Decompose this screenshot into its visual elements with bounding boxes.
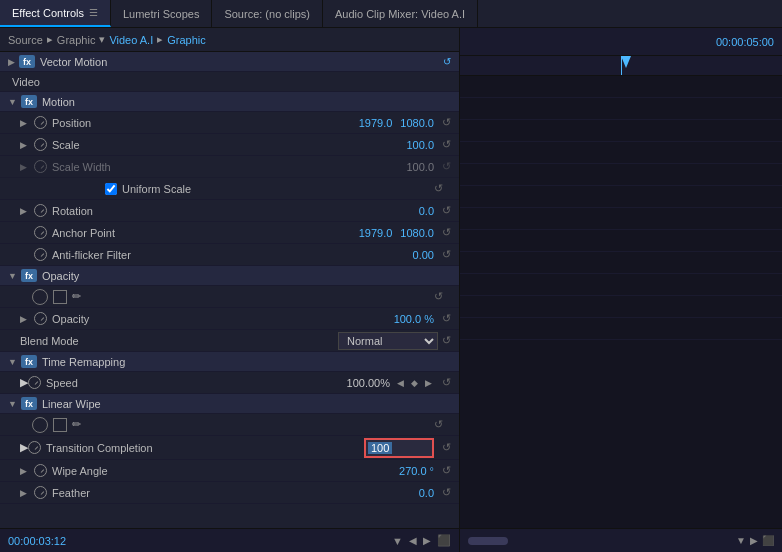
tc-stopwatch[interactable] bbox=[28, 441, 41, 454]
scale-width-stopwatch bbox=[34, 160, 47, 173]
transition-input-box[interactable]: 100 bbox=[364, 438, 434, 458]
feather-reset[interactable]: ↺ bbox=[442, 486, 451, 499]
position-reset[interactable]: ↺ bbox=[442, 116, 451, 129]
bottom-controls: ▼ ◀ ▶ ⬛ bbox=[392, 534, 451, 547]
motion-label: Motion bbox=[42, 96, 75, 108]
tab-source[interactable]: Source: (no clips) bbox=[212, 0, 323, 27]
graphic-link[interactable]: Graphic bbox=[167, 34, 206, 46]
timeline-bottom: ▼ ▶ ⬛ bbox=[460, 528, 782, 552]
transition-value-selected[interactable]: 100 bbox=[368, 442, 392, 454]
speed-reset[interactable]: ↺ bbox=[442, 376, 451, 389]
feather-value[interactable]: 0.0 bbox=[419, 487, 434, 499]
blend-mode-label: Blend Mode bbox=[20, 335, 338, 347]
vector-motion-reset[interactable]: ↺ bbox=[443, 56, 451, 67]
timeline-header: 00:00:05:00 bbox=[460, 28, 782, 56]
linear-wipe-header[interactable]: ▼ fx Linear Wipe bbox=[0, 394, 459, 414]
linear-wipe-circle-icon[interactable] bbox=[32, 417, 48, 433]
position-row: ▶ Position 1979.0 1080.0 ↺ bbox=[0, 112, 459, 134]
linear-wipe-label: Linear Wipe bbox=[42, 398, 101, 410]
opacity-stopwatch[interactable] bbox=[34, 312, 47, 325]
blend-mode-reset[interactable]: ↺ bbox=[442, 334, 451, 347]
uniform-scale-reset[interactable]: ↺ bbox=[434, 182, 443, 195]
tab-effect-controls[interactable]: Effect Controls ☰ bbox=[0, 0, 111, 27]
speed-nav-diamond[interactable]: ◆ bbox=[408, 377, 420, 389]
time-remapping-header[interactable]: ▼ fx Time Remapping bbox=[0, 352, 459, 372]
opacity-value[interactable]: 100.0 % bbox=[394, 313, 434, 325]
scale-stopwatch[interactable] bbox=[34, 138, 47, 151]
anchor-point-stopwatch[interactable] bbox=[34, 226, 47, 239]
anchor-point-value1[interactable]: 1979.0 bbox=[359, 227, 393, 239]
anchor-point-reset[interactable]: ↺ bbox=[442, 226, 451, 239]
position-value2[interactable]: 1080.0 bbox=[400, 117, 434, 129]
timeline-play-btn[interactable]: ▶ bbox=[750, 535, 758, 546]
timeline-scrollbar[interactable] bbox=[468, 537, 508, 545]
anti-flicker-value[interactable]: 0.00 bbox=[413, 249, 434, 261]
export-icon[interactable]: ⬛ bbox=[437, 534, 451, 547]
vector-motion-label: Vector Motion bbox=[40, 56, 107, 68]
speed-stopwatch[interactable] bbox=[28, 376, 41, 389]
tab-menu-icon[interactable]: ☰ bbox=[89, 7, 98, 18]
opacity-circle-icon[interactable] bbox=[32, 289, 48, 305]
breadcrumb: Source ▸ Graphic ▾ Video A.I ▸ Graphic bbox=[0, 28, 459, 52]
rotation-stopwatch[interactable] bbox=[34, 204, 47, 217]
anti-flicker-stopwatch[interactable] bbox=[34, 248, 47, 261]
rotation-reset[interactable]: ↺ bbox=[442, 204, 451, 217]
motion-header[interactable]: ▼ fx Motion bbox=[0, 92, 459, 112]
play-next-icon[interactable]: ▶ bbox=[423, 535, 431, 546]
tc-reset[interactable]: ↺ bbox=[442, 441, 451, 454]
timeline-export-btn[interactable]: ⬛ bbox=[762, 535, 774, 546]
video-ai-link[interactable]: Video A.I bbox=[109, 34, 153, 46]
linear-wipe-pen-icon[interactable]: ✏ bbox=[72, 418, 81, 431]
opacity-pen-icon[interactable]: ✏ bbox=[72, 290, 81, 303]
anchor-point-value2[interactable]: 1080.0 bbox=[400, 227, 434, 239]
position-chevron[interactable]: ▶ bbox=[20, 118, 30, 128]
scale-reset[interactable]: ↺ bbox=[442, 138, 451, 151]
tab-audio-clip-mixer[interactable]: Audio Clip Mixer: Video A.I bbox=[323, 0, 478, 27]
opacity-reset[interactable]: ↺ bbox=[442, 312, 451, 325]
speed-value[interactable]: 100.00% bbox=[347, 377, 390, 389]
timeline-timecode: 00:00:05:00 bbox=[716, 36, 774, 48]
wipe-angle-stopwatch[interactable] bbox=[34, 464, 47, 477]
speed-nav-next[interactable]: ▶ bbox=[422, 377, 434, 389]
main-content: Source ▸ Graphic ▾ Video A.I ▸ Graphic ▶… bbox=[0, 28, 782, 552]
scale-chevron[interactable]: ▶ bbox=[20, 140, 30, 150]
scale-value[interactable]: 100.0 bbox=[406, 139, 434, 151]
time-remapping-label: Time Remapping bbox=[42, 356, 125, 368]
rotation-label: Rotation bbox=[52, 205, 419, 217]
uniform-scale-checkbox[interactable] bbox=[105, 183, 117, 195]
feather-stopwatch[interactable] bbox=[34, 486, 47, 499]
uniform-scale-row: Uniform Scale ↺ bbox=[0, 178, 459, 200]
feather-label: Feather bbox=[52, 487, 419, 499]
tab-lumetri-scopes[interactable]: Lumetri Scopes bbox=[111, 0, 212, 27]
timeline-filter-btn[interactable]: ▼ bbox=[736, 535, 746, 546]
anti-flicker-reset[interactable]: ↺ bbox=[442, 248, 451, 261]
filter-icon[interactable]: ▼ bbox=[392, 535, 403, 547]
track-11 bbox=[460, 296, 782, 318]
wipe-angle-reset[interactable]: ↺ bbox=[442, 464, 451, 477]
opacity-value-chevron[interactable]: ▶ bbox=[20, 314, 30, 324]
source-label: Source: (no clips) bbox=[224, 8, 310, 20]
position-stopwatch[interactable] bbox=[34, 116, 47, 129]
tc-chevron[interactable]: ▶ bbox=[20, 441, 28, 454]
wipe-angle-value[interactable]: 270.0 ° bbox=[399, 465, 434, 477]
rotation-value[interactable]: 0.0 bbox=[419, 205, 434, 217]
linear-wipe-icons-reset[interactable]: ↺ bbox=[434, 418, 443, 431]
breadcrumb-dot2: ▸ bbox=[157, 33, 163, 46]
opacity-param-label: Opacity bbox=[52, 313, 394, 325]
wipe-angle-chevron[interactable]: ▶ bbox=[20, 466, 30, 476]
feather-chevron[interactable]: ▶ bbox=[20, 488, 30, 498]
linear-wipe-square-icon[interactable] bbox=[53, 418, 67, 432]
vector-motion-header[interactable]: ▶ fx Vector Motion ↺ bbox=[0, 52, 459, 72]
speed-row: ▶ Speed 100.00% ◀ ◆ ▶ ↺ bbox=[0, 372, 459, 394]
opacity-icons-reset[interactable]: ↺ bbox=[434, 290, 443, 303]
track-2 bbox=[460, 98, 782, 120]
rotation-chevron[interactable]: ▶ bbox=[20, 206, 30, 216]
play-prev-icon[interactable]: ◀ bbox=[409, 535, 417, 546]
dropdown-arrow[interactable]: ▾ bbox=[99, 33, 105, 46]
opacity-square-icon[interactable] bbox=[53, 290, 67, 304]
speed-nav-prev[interactable]: ◀ bbox=[394, 377, 406, 389]
blend-mode-select[interactable]: Normal Dissolve Darken Multiply bbox=[338, 332, 438, 350]
position-value1[interactable]: 1979.0 bbox=[359, 117, 393, 129]
speed-chevron[interactable]: ▶ bbox=[20, 376, 28, 389]
opacity-header[interactable]: ▼ fx Opacity bbox=[0, 266, 459, 286]
